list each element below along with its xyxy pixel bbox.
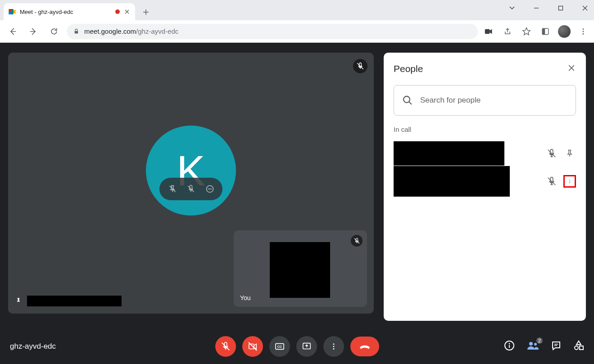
section-label: In call [394, 126, 576, 133]
camera-toggle-button[interactable] [242, 336, 263, 357]
back-button[interactable] [5, 23, 21, 40]
self-video-tile[interactable]: You [234, 230, 367, 307]
url-field[interactable]: meet.google.com/ghz-ayvd-edc [67, 24, 478, 39]
svg-point-24 [509, 343, 510, 345]
activities-button[interactable] [573, 340, 584, 353]
svg-rect-28 [580, 346, 583, 350]
remove-from-tile-button[interactable] [204, 183, 216, 195]
svg-point-13 [569, 180, 570, 180]
leave-call-button[interactable] [350, 337, 379, 356]
address-bar: meet.google.com/ghz-ayvd-edc [0, 20, 594, 43]
meet-favicon [8, 8, 16, 16]
self-avatar-redacted [270, 242, 330, 298]
share-icon [503, 27, 512, 36]
meet-app: K You People In [0, 43, 594, 364]
close-icon [582, 5, 588, 11]
people-toggle-button[interactable]: 2 [526, 340, 539, 353]
more-options-button[interactable] [323, 336, 344, 357]
captions-button[interactable]: CC [269, 336, 290, 357]
url-domain: meet.google.com [84, 27, 136, 35]
mic-off-icon [547, 176, 557, 186]
present-button[interactable] [296, 336, 317, 357]
info-icon [504, 340, 515, 351]
minimize-button[interactable] [530, 2, 543, 14]
mic-off-icon [547, 148, 557, 158]
star-icon [522, 27, 531, 36]
person-mute-button[interactable] [545, 175, 558, 188]
browser-tab[interactable]: Meet - ghz-ayvd-edc [4, 3, 135, 20]
chrome-menu-button[interactable] [577, 25, 589, 38]
meeting-code: ghz-ayvd-edc [10, 342, 56, 351]
svg-rect-5 [485, 29, 490, 34]
svg-point-10 [583, 33, 584, 34]
people-search[interactable] [394, 85, 576, 116]
person-more-button-highlighted[interactable] [563, 175, 576, 188]
self-label: You [240, 294, 251, 301]
recording-dot-icon [115, 9, 120, 14]
svg-point-15 [569, 182, 570, 183]
url-path: /ghz-ayvd-edc [136, 27, 178, 35]
window-close-button[interactable] [579, 2, 591, 14]
tab-title: Meet - ghz-ayvd-edc [20, 9, 112, 15]
new-tab-button[interactable] [138, 4, 154, 20]
svg-point-25 [529, 342, 533, 346]
pin-off-icon [168, 184, 177, 193]
dropdown-button[interactable] [506, 2, 518, 14]
profile-avatar[interactable] [558, 25, 571, 38]
tab-close-button[interactable] [123, 8, 131, 15]
maximize-icon [558, 5, 563, 11]
plus-icon [143, 9, 149, 15]
mute-participant-button[interactable] [185, 183, 197, 195]
svg-point-20 [333, 343, 334, 345]
search-icon [402, 95, 413, 106]
toolbar-right [482, 25, 589, 38]
call-controls-bar: ghz-ayvd-edc CC 2 [0, 329, 594, 364]
cc-icon: CC [275, 342, 285, 351]
camera-indicator[interactable] [482, 25, 495, 38]
remove-circle-icon [205, 184, 214, 193]
minimize-icon [533, 5, 540, 11]
kebab-icon [579, 27, 587, 36]
svg-point-12 [404, 96, 410, 103]
person-mute-button[interactable] [545, 147, 558, 160]
svg-point-21 [333, 346, 334, 347]
svg-rect-4 [75, 31, 78, 34]
main-video-tile[interactable]: K You [8, 53, 374, 314]
svg-rect-2 [9, 12, 11, 14]
person-name-redacted [394, 166, 510, 197]
chat-icon [551, 340, 562, 351]
person-pin-button[interactable] [563, 147, 576, 160]
panel-close-button[interactable] [567, 63, 576, 74]
chat-button[interactable] [551, 340, 562, 353]
maximize-button[interactable] [554, 2, 567, 14]
arrow-left-icon [8, 27, 17, 36]
kebab-icon [330, 342, 338, 351]
unpin-button[interactable] [167, 183, 178, 195]
camera-icon [485, 28, 493, 35]
participant-name-redacted [27, 296, 122, 306]
meeting-details-button[interactable] [504, 340, 515, 353]
camera-off-icon [248, 342, 258, 351]
forward-button[interactable] [25, 23, 41, 40]
svg-point-8 [583, 28, 584, 30]
svg-point-9 [583, 31, 584, 32]
pinned-participant-label [14, 296, 122, 306]
reload-icon [50, 27, 59, 36]
meeting-aux-controls: 2 [504, 340, 584, 353]
svg-point-27 [575, 346, 578, 350]
close-icon [567, 63, 576, 72]
people-panel: People In call [384, 53, 586, 321]
tile-hover-controls [159, 178, 222, 200]
reload-button[interactable] [46, 23, 62, 40]
svg-rect-1 [9, 9, 11, 12]
participant-avatar: K [146, 126, 236, 216]
share-button[interactable] [501, 25, 514, 38]
tab-strip: Meet - ghz-ayvd-edc [0, 0, 594, 20]
arrow-right-icon [29, 27, 38, 36]
person-row [394, 167, 576, 195]
side-panel-button[interactable] [539, 25, 552, 38]
people-search-input[interactable] [420, 96, 567, 105]
bookmark-button[interactable] [520, 25, 533, 38]
mic-toggle-button[interactable] [215, 336, 236, 357]
svg-rect-3 [559, 6, 563, 10]
